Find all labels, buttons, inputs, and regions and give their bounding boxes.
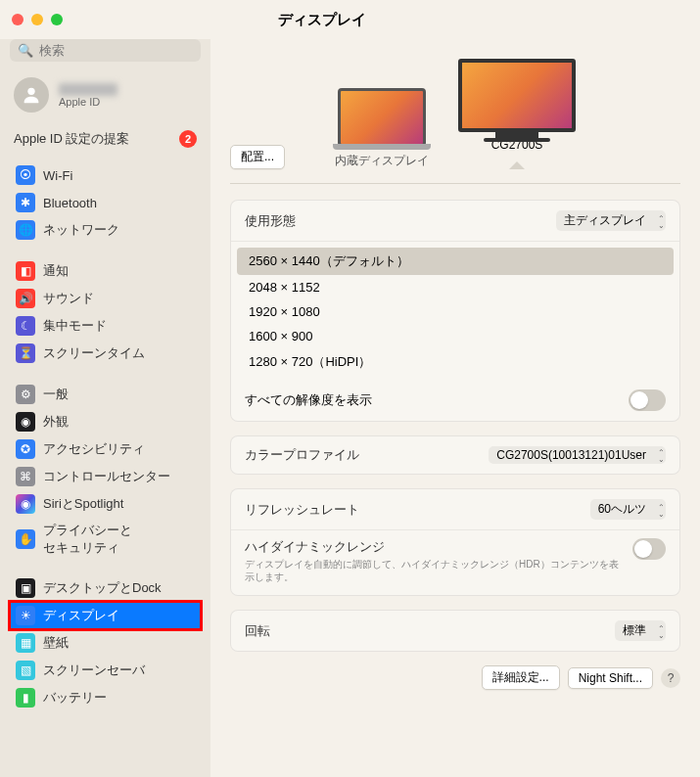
sidebar-item-wifi[interactable]: ⦿Wi-Fi [10, 161, 201, 189]
resolution-list: 2560 × 1440（デフォルト） 2048 × 1152 1920 × 10… [231, 242, 679, 382]
sidebar: 🔍 Apple ID Apple ID 設定の提案 2 ⦿Wi-Fi ✱Blue… [0, 39, 210, 777]
laptop-screen-icon [338, 88, 426, 147]
refresh-rate-select[interactable]: 60ヘルツ [590, 499, 666, 520]
wallpaper-icon: ▦ [16, 633, 35, 653]
display-option-external[interactable]: CG2700S [458, 59, 576, 169]
sidebar-item-network[interactable]: 🌐ネットワーク [10, 216, 201, 244]
hdr-description: ディスプレイを自動的に調節して、ハイダイナミックレンジ（HDR）コンテンツを表示… [245, 558, 621, 583]
window-controls[interactable] [12, 14, 63, 25]
battery-icon: ▮ [16, 688, 35, 708]
rotation-select[interactable]: 標準 [615, 620, 666, 641]
sidebar-item-appearance[interactable]: ◉外観 [10, 408, 201, 435]
sidebar-item-notifications[interactable]: ◧通知 [10, 257, 201, 285]
search-icon: 🔍 [18, 43, 33, 58]
color-profile-label: カラープロファイル [245, 446, 359, 464]
night-shift-button[interactable]: Night Shift... [568, 667, 653, 689]
sidebar-item-wallpaper[interactable]: ▦壁紙 [10, 629, 201, 657]
help-button[interactable]: ? [661, 668, 680, 688]
sidebar-item-bluetooth[interactable]: ✱Bluetooth [10, 189, 201, 216]
network-icon: 🌐 [16, 220, 35, 240]
sidebar-item-general[interactable]: ⚙一般 [10, 381, 201, 408]
sidebar-item-displays[interactable]: ☀ディスプレイ [10, 602, 201, 629]
avatar [14, 77, 49, 113]
account-sub: Apple ID [59, 96, 117, 108]
search-field[interactable] [39, 43, 204, 58]
suggestion-label: Apple ID 設定の提案 [14, 130, 129, 148]
account-name [59, 83, 117, 96]
close-window-button[interactable] [12, 14, 23, 25]
hdr-toggle[interactable] [632, 538, 666, 560]
usage-select[interactable]: 主ディスプレイ [556, 210, 666, 231]
apple-id-account[interactable]: Apple ID [10, 73, 201, 124]
resolution-option[interactable]: 2048 × 1152 [237, 275, 674, 299]
hand-icon: ✋ [16, 529, 35, 549]
usage-label: 使用形態 [245, 212, 296, 230]
hdr-label: ハイダイナミックレンジ [245, 538, 621, 556]
sidebar-item-accessibility[interactable]: ✪アクセシビリティ [10, 435, 201, 463]
resolution-option[interactable]: 1920 × 1080 [237, 299, 674, 324]
appearance-icon: ◉ [16, 412, 35, 432]
svg-point-0 [27, 88, 34, 95]
show-all-label: すべての解像度を表示 [245, 391, 372, 409]
suggestion-badge: 2 [179, 130, 197, 148]
sidebar-item-battery[interactable]: ▮バッテリー [10, 684, 201, 711]
resolution-option[interactable]: 1600 × 900 [237, 324, 674, 348]
screensaver-icon: ▧ [16, 661, 35, 680]
maximize-window-button[interactable] [51, 14, 63, 25]
page-title: ディスプレイ [278, 11, 366, 29]
color-profile-select[interactable]: CG2700S(10013121)01User [489, 446, 666, 464]
gear-icon: ⚙ [16, 385, 35, 404]
show-all-toggle[interactable] [629, 389, 666, 411]
sidebar-item-siri[interactable]: ◉SiriとSpotlight [10, 490, 201, 518]
sidebar-item-screensaver[interactable]: ▧スクリーンセーバ [10, 657, 201, 684]
resolution-option[interactable]: 2560 × 1440（デフォルト） [237, 248, 674, 275]
minimize-window-button[interactable] [31, 14, 43, 25]
bell-icon: ◧ [16, 261, 35, 281]
internal-display-label: 内蔵ディスプレイ [335, 153, 429, 169]
search-input[interactable]: 🔍 [10, 39, 201, 62]
sidebar-item-desktop-dock[interactable]: ▣デスクトップとDock [10, 574, 201, 602]
display-option-internal[interactable]: 内蔵ディスプレイ [335, 88, 429, 169]
divider [230, 183, 680, 184]
sidebar-item-privacy[interactable]: ✋プライバシーと セキュリティ [10, 518, 201, 561]
advanced-settings-button[interactable]: 詳細設定... [482, 665, 560, 690]
sliders-icon: ⌘ [16, 467, 35, 486]
rotation-label: 回転 [245, 622, 270, 640]
hourglass-icon: ⏳ [16, 343, 35, 363]
brightness-icon: ☀ [16, 606, 35, 625]
arrange-button[interactable]: 配置... [230, 145, 285, 169]
apple-id-suggestions[interactable]: Apple ID 設定の提案 2 [10, 124, 201, 161]
bluetooth-icon: ✱ [16, 193, 35, 212]
sidebar-item-focus[interactable]: ☾集中モード [10, 312, 201, 340]
monitor-screen-icon [458, 59, 576, 132]
wifi-icon: ⦿ [16, 165, 35, 185]
sidebar-item-sound[interactable]: 🔊サウンド [10, 285, 201, 312]
content-area: 配置... 内蔵ディスプレイ CG2700S 使用形態 主ディスプレイ 2560… [210, 39, 700, 777]
refresh-rate-label: リフレッシュレート [245, 501, 359, 519]
siri-icon: ◉ [16, 494, 35, 514]
accessibility-icon: ✪ [16, 439, 35, 459]
moon-icon: ☾ [16, 316, 35, 336]
resolution-option[interactable]: 1280 × 720（HiDPI） [237, 348, 674, 376]
dock-icon: ▣ [16, 578, 35, 598]
speaker-icon: 🔊 [16, 289, 35, 308]
sidebar-item-control-center[interactable]: ⌘コントロールセンター [10, 463, 201, 490]
sidebar-item-screentime[interactable]: ⏳スクリーンタイム [10, 340, 201, 367]
